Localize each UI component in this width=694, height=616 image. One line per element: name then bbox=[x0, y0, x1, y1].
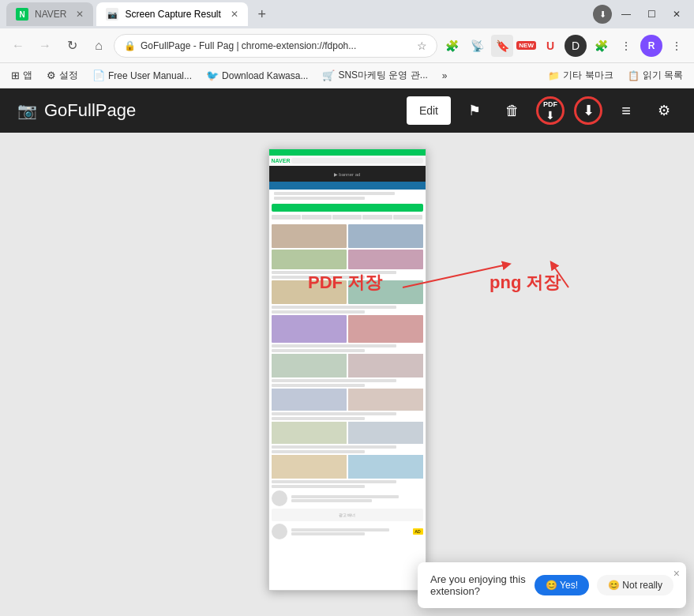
png-annotation-text: png 저장 bbox=[490, 271, 561, 295]
naver-preview: NAVER ▶ banner ad bbox=[269, 149, 426, 539]
new-tab-button[interactable]: + bbox=[251, 3, 273, 25]
forward-button[interactable]: → bbox=[33, 34, 57, 58]
toolbar-icons: 🧩 📡 🔖 NEW U D 🧩 ⋮ R ⋮ bbox=[441, 35, 688, 57]
extensions-icon[interactable]: 🧩 bbox=[441, 35, 463, 57]
window-controls: — ☐ ✕ bbox=[615, 3, 688, 25]
new-badge: NEW bbox=[516, 41, 536, 50]
popup-question-text: Are you enjoying this extension? bbox=[430, 573, 527, 597]
gear-button[interactable]: ⚙ bbox=[650, 96, 678, 125]
download-arrow-icon: ⬇ bbox=[583, 102, 595, 119]
address-bar: ← → ↻ ⌂ 🔒 GoFullPage - Full Pag | chrome… bbox=[0, 28, 694, 63]
image-grid bbox=[272, 224, 423, 269]
trash-button[interactable]: 🗑 bbox=[498, 96, 527, 125]
browser-frame: N NAVER ✕ 📷 Screen Capture Result ✕ + ⬇ … bbox=[0, 0, 694, 616]
naver-favicon: N bbox=[16, 8, 28, 21]
bookmark-manager-icon[interactable]: 🔖 bbox=[491, 35, 513, 57]
bookmark-settings[interactable]: ⚙ 설정 bbox=[42, 67, 83, 84]
bookmark-more[interactable]: » bbox=[437, 69, 452, 83]
tab-actions: ⬇ bbox=[593, 5, 612, 24]
apps-icon: ⊞ bbox=[11, 69, 20, 81]
popup-dialog: × Are you enjoying this extension? 😊 Yes… bbox=[418, 562, 686, 608]
settings-bm-icon: ⚙ bbox=[47, 69, 56, 81]
reading-list-icon: 📋 bbox=[628, 70, 640, 81]
folder-icon: 📁 bbox=[548, 70, 560, 81]
flag-button[interactable]: ⚑ bbox=[460, 96, 489, 125]
bookmark-star-icon[interactable]: ☆ bbox=[417, 39, 427, 52]
cast-icon[interactable]: 📡 bbox=[466, 35, 488, 57]
address-input[interactable]: 🔒 GoFullPage - Full Pag | chrome-extensi… bbox=[114, 34, 437, 58]
list-button[interactable]: ≡ bbox=[612, 96, 640, 125]
address-text: GoFullPage - Full Pag | chrome-extension… bbox=[141, 40, 412, 51]
png-save-button[interactable]: ⬇ bbox=[574, 96, 602, 125]
bookmark-other-label: 기타 북마크 bbox=[563, 69, 613, 82]
settings-icon[interactable]: ⋮ bbox=[615, 35, 637, 57]
minimize-button[interactable]: — bbox=[615, 3, 637, 25]
manual-icon: 📄 bbox=[92, 69, 105, 81]
bookmark-kawasa[interactable]: 🐦 Download Kawasa... bbox=[201, 68, 313, 83]
svg-line-2 bbox=[553, 265, 568, 287]
ubersuggest-icon[interactable]: U bbox=[539, 35, 561, 57]
tab-naver-close[interactable]: ✕ bbox=[76, 9, 84, 20]
title-bar: N NAVER ✕ 📷 Screen Capture Result ✕ + ⬇ … bbox=[0, 0, 694, 28]
tab-capture-label: Screen Capture Result bbox=[125, 9, 220, 20]
bookmark-apps[interactable]: ⊞ 앱 bbox=[6, 67, 37, 84]
lock-icon: 🔒 bbox=[124, 40, 136, 51]
gfp-logo: 📷 GoFullPage bbox=[16, 100, 136, 122]
gfp-toolbar: 📷 GoFullPage Edit ⚑ 🗑 PDF ⬇ ⬇ ≡ ⚙ bbox=[0, 88, 694, 133]
bookmark-sns-label: SNS마케팅 운영 관... bbox=[338, 69, 427, 82]
bookmark-apps-label: 앱 bbox=[23, 69, 32, 82]
pdf-save-button[interactable]: PDF ⬇ bbox=[536, 96, 565, 125]
close-button[interactable]: ✕ bbox=[666, 3, 688, 25]
back-button[interactable]: ← bbox=[6, 34, 30, 58]
bookmarks-bar: ⊞ 앱 ⚙ 설정 📄 Free User Manual... 🐦 Downloa… bbox=[0, 63, 694, 88]
edit-button[interactable]: Edit bbox=[407, 96, 451, 125]
tab-naver[interactable]: N NAVER ✕ bbox=[6, 2, 93, 26]
camera-icon: 📷 bbox=[16, 100, 38, 122]
bookmark-manual[interactable]: 📄 Free User Manual... bbox=[88, 68, 197, 83]
bookmark-sns[interactable]: 🛒 SNS마케팅 운영 관... bbox=[317, 67, 432, 84]
bookmark-manual-label: Free User Manual... bbox=[108, 70, 192, 81]
gfp-title: GoFullPage bbox=[44, 100, 136, 121]
naver-top-bar bbox=[269, 149, 426, 156]
bookmark-kawasa-label: Download Kawasa... bbox=[222, 70, 308, 81]
more-options-icon[interactable]: ⋮ bbox=[666, 35, 688, 57]
bookmark-reading-list[interactable]: 📋 읽기 목록 bbox=[623, 67, 688, 84]
dark-reader-icon[interactable]: D bbox=[565, 35, 587, 57]
refresh-button[interactable]: ↻ bbox=[60, 34, 84, 58]
tab-action-profile[interactable]: ⬇ bbox=[593, 5, 612, 24]
screenshot-preview: NAVER ▶ banner ad bbox=[268, 148, 426, 591]
main-content: NAVER ▶ banner ad bbox=[0, 133, 694, 616]
extensions-puzzle-icon[interactable]: 🧩 bbox=[590, 35, 612, 57]
tab-capture[interactable]: 📷 Screen Capture Result ✕ bbox=[96, 2, 247, 26]
kawasa-icon: 🐦 bbox=[206, 69, 219, 81]
tab-capture-close[interactable]: ✕ bbox=[231, 9, 238, 20]
bookmark-other[interactable]: 📁 기타 북마크 bbox=[543, 67, 617, 84]
popup-no-button[interactable]: 😊 Not really bbox=[597, 575, 673, 595]
pdf-btn-inner: PDF ⬇ bbox=[543, 100, 557, 122]
home-button[interactable]: ⌂ bbox=[87, 34, 111, 58]
pdf-label: PDF bbox=[543, 100, 557, 108]
sns-icon: 🛒 bbox=[322, 69, 335, 81]
capture-favicon: 📷 bbox=[106, 8, 118, 21]
bookmark-settings-label: 설정 bbox=[59, 69, 78, 82]
tab-naver-label: NAVER bbox=[35, 9, 66, 20]
bookmark-reading-label: 읽기 목록 bbox=[643, 69, 683, 82]
naver-green-bar bbox=[272, 204, 423, 212]
popup-yes-button[interactable]: 😊 Yes! bbox=[535, 575, 589, 595]
pdf-download-icon: ⬇ bbox=[546, 109, 555, 122]
popup-close-button[interactable]: × bbox=[673, 567, 680, 580]
maximize-button[interactable]: ☐ bbox=[640, 3, 662, 25]
profile-button[interactable]: R bbox=[640, 35, 662, 57]
